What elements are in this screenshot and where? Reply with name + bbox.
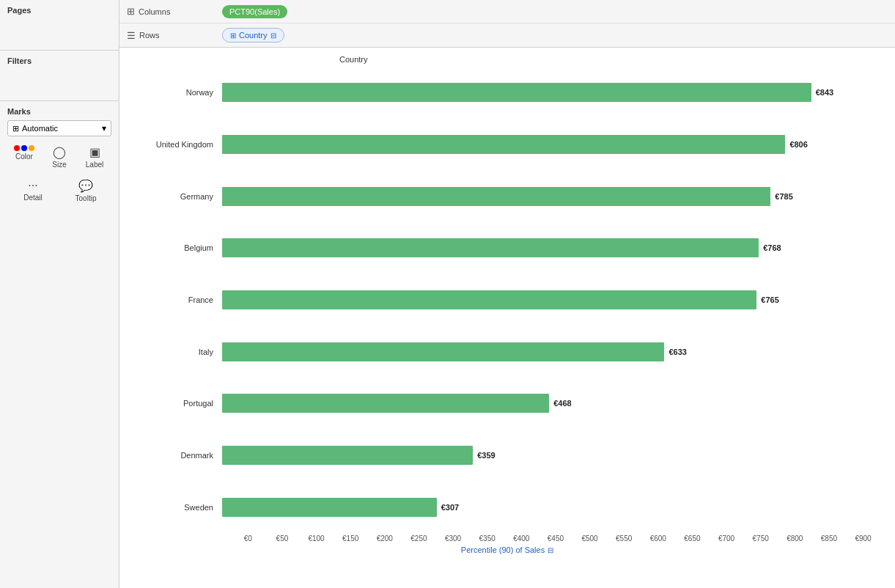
x-tick: €0: [231, 534, 265, 543]
x-tick: €200: [368, 534, 402, 543]
rows-row: ☰ Rows ⊞ Country ⊟: [119, 23, 895, 47]
x-tick: €400: [504, 534, 539, 543]
top-bar: ⊞ Columns PCT90(Sales) ☰ Rows ⊞ Country …: [119, 0, 895, 48]
bar-value-label: €359: [477, 451, 495, 460]
tooltip-icon: 💬: [78, 179, 93, 193]
label-icon: ▣: [89, 145, 100, 159]
color-icon: [14, 145, 34, 151]
x-tick: €800: [778, 534, 812, 543]
country-label: Norway: [119, 88, 222, 97]
marks-type-dropdown[interactable]: ⊞ Automatic ▾: [7, 120, 111, 136]
filters-content: [7, 68, 111, 98]
left-panel: Pages Filters Marks ⊞ Automatic ▾ Color …: [0, 0, 119, 588]
bar[interactable]: [222, 83, 811, 102]
bar-value-label: €806: [789, 140, 807, 149]
main-area: ⊞ Columns PCT90(Sales) ☰ Rows ⊞ Country …: [119, 0, 895, 588]
bar-container: €307: [222, 496, 851, 518]
country-label: Italy: [119, 348, 222, 356]
color-button[interactable]: Color: [7, 142, 41, 172]
bar-container: €843: [222, 81, 851, 103]
chart-area: Country Norway€843United Kingdom€806Germ…: [119, 48, 895, 588]
bar-value-label: €785: [775, 192, 792, 201]
chart-row: Sweden€307: [119, 493, 851, 521]
bar[interactable]: [222, 187, 770, 206]
bar[interactable]: [222, 446, 473, 465]
detail-icon: ···: [28, 179, 37, 192]
marks-title: Marks: [7, 107, 111, 116]
table-icon: ⊞: [230, 32, 236, 40]
x-tick: €650: [675, 534, 710, 543]
columns-pill[interactable]: PCT90(Sales): [222, 5, 287, 18]
columns-row: ⊞ Columns PCT90(Sales): [119, 0, 895, 23]
country-label: Belgium: [119, 243, 222, 252]
chart-row: France€765: [119, 286, 851, 314]
bar-value-label: €765: [761, 295, 778, 304]
filter-icon: ⊟: [270, 32, 276, 40]
x-tick: €700: [710, 534, 744, 543]
bar-container: €633: [222, 341, 851, 363]
bar-value-label: €843: [816, 88, 833, 97]
bar[interactable]: [222, 238, 759, 257]
pages-section: Pages: [0, 0, 119, 51]
country-label: Sweden: [119, 503, 222, 512]
columns-icon: ⊞: [127, 6, 135, 17]
marks-icons-grid: Color ◯ Size ▣ Label: [7, 142, 111, 172]
marks-section: Marks ⊞ Automatic ▾ Color ◯ Size ▣ Label: [0, 101, 119, 211]
x-axis: €0€50€100€150€200€250€300€350€400€450€50…: [119, 534, 895, 543]
country-label: Denmark: [119, 451, 222, 460]
bar[interactable]: [222, 498, 437, 517]
chart-row: Italy€633: [119, 338, 851, 366]
filters-title: Filters: [7, 56, 111, 65]
x-tick: €750: [743, 534, 778, 543]
country-label: Portugal: [119, 399, 222, 408]
bar-container: €768: [222, 237, 851, 259]
x-tick: €50: [265, 534, 300, 543]
tooltip-button[interactable]: 💬 Tooltip: [60, 176, 111, 205]
chart-row: Denmark€359: [119, 441, 851, 469]
bar-value-label: €633: [669, 348, 686, 356]
rows-label: ☰ Rows: [127, 30, 222, 41]
label-button[interactable]: ▣ Label: [78, 142, 111, 172]
bar-container: €806: [222, 133, 851, 155]
pages-title: Pages: [7, 6, 111, 15]
bar[interactable]: [222, 135, 785, 154]
x-axis-title: Percentile (90) of Sales ⊟: [119, 543, 895, 559]
x-tick: €100: [299, 534, 334, 543]
size-button[interactable]: ◯ Size: [43, 142, 76, 172]
country-label: France: [119, 295, 222, 304]
filters-section: Filters: [0, 51, 119, 101]
marks-type-label: ⊞ Automatic: [12, 124, 58, 133]
chart-row: Germany€785: [119, 183, 851, 210]
chart-body: Norway€843United Kingdom€806Germany€785B…: [119, 67, 895, 588]
bar[interactable]: [222, 394, 549, 413]
chart-rows-container: Norway€843United Kingdom€806Germany€785B…: [119, 67, 895, 533]
bar-chart-icon: ⊞: [12, 124, 19, 133]
size-icon: ◯: [53, 145, 66, 159]
detail-button[interactable]: ··· Detail: [7, 176, 59, 205]
rows-icon: ☰: [127, 30, 136, 41]
x-tick: €250: [402, 534, 436, 543]
x-tick: €350: [470, 534, 504, 543]
x-tick: €500: [572, 534, 607, 543]
bar-container: €359: [222, 444, 851, 466]
bar-value-label: €768: [763, 243, 781, 252]
bar[interactable]: [222, 290, 756, 309]
bar-value-label: €307: [441, 503, 459, 512]
x-tick: €600: [641, 534, 676, 543]
rows-pill[interactable]: ⊞ Country ⊟: [222, 28, 284, 43]
chart-row: Norway€843: [119, 78, 851, 106]
chart-country-header: Country: [119, 55, 895, 64]
bar-container: €765: [222, 289, 851, 311]
country-label: Germany: [119, 192, 222, 201]
x-tick: €150: [334, 534, 368, 543]
bar-container: €785: [222, 185, 851, 207]
marks-icons-row2: ··· Detail 💬 Tooltip: [7, 176, 111, 205]
bar[interactable]: [222, 342, 664, 361]
chevron-down-icon: ▾: [102, 123, 106, 133]
chart-row: Belgium€768: [119, 234, 851, 262]
x-tick: €850: [812, 534, 847, 543]
x-tick: €550: [607, 534, 641, 543]
bar-value-label: €468: [553, 399, 571, 408]
chart-row: United Kingdom€806: [119, 131, 851, 158]
columns-label: ⊞ Columns: [127, 6, 222, 17]
